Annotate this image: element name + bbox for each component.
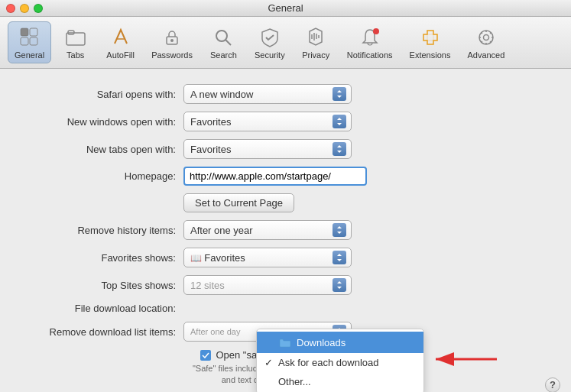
toolbar-item-passwords[interactable]: Passwords bbox=[144, 21, 200, 63]
minimize-button[interactable] bbox=[20, 4, 29, 13]
svg-point-7 bbox=[170, 39, 174, 42]
popup-item-downloads[interactable]: Downloads bbox=[257, 332, 423, 353]
autofill-label: AutoFill bbox=[106, 50, 135, 60]
toolbar: General Tabs AutoFill Pass bbox=[0, 17, 571, 69]
set-current-row: Set to Current Page bbox=[183, 193, 548, 212]
new-tabs-value: Favorites bbox=[190, 144, 231, 155]
new-windows-value: Favorites bbox=[190, 116, 231, 128]
favorites-shows-dropdown[interactable]: 📖 Favorites bbox=[183, 248, 352, 267]
popup-item-other[interactable]: Other... bbox=[257, 372, 423, 391]
toolbar-item-extensions[interactable]: Extensions bbox=[403, 21, 458, 63]
svg-line-20 bbox=[481, 41, 482, 42]
toolbar-item-advanced[interactable]: Advanced bbox=[460, 21, 511, 63]
remove-history-dropdown[interactable]: After one year bbox=[183, 220, 352, 240]
svg-rect-3 bbox=[30, 37, 37, 45]
advanced-label: Advanced bbox=[467, 50, 504, 60]
favorites-shows-control: 📖 Favorites bbox=[183, 248, 548, 267]
top-sites-dropdown[interactable]: 12 sites bbox=[183, 275, 352, 295]
notifications-icon bbox=[358, 25, 382, 50]
safe-files-checkbox[interactable] bbox=[200, 350, 211, 361]
svg-line-18 bbox=[490, 41, 491, 42]
safari-opens-row: Safari opens with: A new window bbox=[23, 84, 548, 104]
homepage-label: Homepage: bbox=[23, 170, 183, 182]
ask-label: Ask for each download bbox=[278, 357, 379, 368]
title-bar: General bbox=[0, 0, 571, 17]
search-icon bbox=[211, 25, 235, 50]
new-tabs-dropdown[interactable]: Favorites bbox=[183, 139, 352, 159]
new-tabs-control: Favorites bbox=[183, 139, 548, 159]
safari-opens-value: A new window bbox=[190, 89, 253, 100]
top-sites-value: 12 sites bbox=[190, 280, 225, 291]
toolbar-item-privacy[interactable]: Privacy bbox=[295, 21, 337, 63]
top-sites-label: Top Sites shows: bbox=[23, 280, 183, 291]
other-label: Other... bbox=[278, 376, 311, 387]
general-label: General bbox=[15, 50, 44, 60]
svg-line-9 bbox=[225, 40, 231, 45]
svg-point-10 bbox=[373, 28, 379, 34]
top-sites-control: 12 sites bbox=[183, 275, 548, 295]
svg-rect-1 bbox=[30, 28, 37, 36]
passwords-icon bbox=[160, 25, 184, 50]
maximize-button[interactable] bbox=[34, 4, 43, 13]
homepage-input[interactable] bbox=[183, 167, 367, 186]
set-current-button[interactable]: Set to Current Page bbox=[183, 193, 294, 212]
new-windows-row: New windows open with: Favorites bbox=[23, 112, 548, 131]
toolbar-item-autofill[interactable]: AutoFill bbox=[99, 21, 141, 63]
remove-history-value: After one year bbox=[190, 225, 253, 236]
downloads-label: Downloads bbox=[297, 337, 346, 348]
downloads-folder-icon bbox=[278, 335, 292, 349]
traffic-lights bbox=[6, 4, 43, 13]
toolbar-item-general[interactable]: General bbox=[8, 21, 51, 63]
privacy-label: Privacy bbox=[302, 50, 329, 60]
remove-download-value: After one day bbox=[190, 327, 240, 336]
ask-checkmark: ✓ bbox=[264, 357, 275, 368]
file-download-popup: Downloads ✓ Ask for each download Other.… bbox=[256, 329, 424, 392]
general-icon bbox=[18, 25, 42, 50]
svg-point-12 bbox=[483, 35, 488, 40]
remove-history-label: Remove history items: bbox=[23, 225, 183, 236]
favorites-shows-value: 📖 Favorites bbox=[190, 252, 245, 264]
new-tabs-label: New tabs open with: bbox=[23, 144, 183, 155]
help-button[interactable]: ? bbox=[545, 377, 560, 392]
search-label: Search bbox=[210, 50, 237, 60]
extensions-label: Extensions bbox=[410, 50, 451, 60]
favorites-book-icon: 📖 bbox=[190, 253, 204, 264]
popup-item-ask[interactable]: ✓ Ask for each download bbox=[257, 353, 423, 372]
new-tabs-arrow bbox=[333, 142, 346, 156]
new-windows-control: Favorites bbox=[183, 112, 548, 131]
remove-download-label: Remove download list items: bbox=[23, 326, 183, 338]
new-tabs-row: New tabs open with: Favorites bbox=[23, 139, 548, 159]
security-icon bbox=[258, 25, 282, 50]
advanced-icon bbox=[474, 25, 498, 50]
close-button[interactable] bbox=[6, 4, 15, 13]
passwords-label: Passwords bbox=[151, 50, 193, 60]
homepage-control bbox=[183, 167, 548, 186]
svg-rect-2 bbox=[21, 37, 28, 45]
favorites-shows-arrow bbox=[333, 251, 346, 264]
safari-opens-label: Safari opens with: bbox=[23, 89, 183, 100]
safari-opens-dropdown[interactable]: A new window bbox=[183, 84, 352, 104]
extensions-icon bbox=[418, 25, 443, 50]
file-download-label: File download location: bbox=[23, 303, 183, 314]
tabs-label: Tabs bbox=[67, 50, 84, 60]
toolbar-item-tabs[interactable]: Tabs bbox=[54, 21, 96, 63]
toolbar-item-notifications[interactable]: Notifications bbox=[340, 21, 400, 63]
toolbar-item-search[interactable]: Search bbox=[203, 21, 245, 63]
svg-line-17 bbox=[481, 33, 482, 34]
red-arrow-indicator bbox=[428, 348, 504, 373]
remove-history-arrow bbox=[333, 223, 346, 237]
favorites-shows-row: Favorites shows: 📖 Favorites bbox=[23, 248, 548, 267]
svg-point-8 bbox=[216, 31, 227, 41]
tabs-icon bbox=[63, 25, 88, 50]
toolbar-item-security[interactable]: Security bbox=[248, 21, 292, 63]
content-area: Safari opens with: A new window New wind… bbox=[0, 69, 571, 392]
autofill-icon bbox=[109, 25, 133, 50]
new-windows-arrow bbox=[333, 115, 346, 128]
window-title: General bbox=[268, 2, 303, 14]
new-windows-dropdown[interactable]: Favorites bbox=[183, 112, 352, 131]
remove-history-control: After one year bbox=[183, 220, 548, 240]
svg-rect-0 bbox=[21, 28, 28, 36]
notifications-label: Notifications bbox=[347, 50, 393, 60]
top-sites-arrow bbox=[333, 278, 346, 292]
homepage-row: Homepage: bbox=[23, 167, 548, 186]
